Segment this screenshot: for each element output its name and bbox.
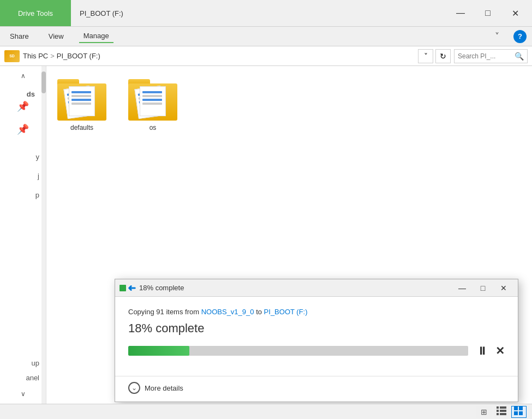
progress-bar-container bbox=[128, 346, 468, 356]
ribbon-chevron-icon[interactable]: ˅ bbox=[495, 31, 499, 41]
breadcrumb-thispc[interactable]: This PC bbox=[23, 52, 48, 60]
paper-front-2 bbox=[140, 86, 166, 116]
refresh-button[interactable]: ↻ bbox=[435, 49, 451, 63]
sidebar-footer-text: up bbox=[0, 359, 46, 367]
dialog-green-square bbox=[119, 285, 126, 291]
sidebar-letter-p: p bbox=[0, 191, 46, 199]
sidebar-letter-1: ds bbox=[4, 90, 41, 98]
cancel-button[interactable]: ✕ bbox=[495, 344, 505, 357]
view-small-icons-button[interactable]: ⊞ bbox=[476, 406, 492, 418]
progress-dialog: ➜ 18% complete — □ ✕ Copying 91 items fr… bbox=[115, 279, 518, 402]
folder-papers-2 bbox=[136, 86, 169, 116]
svg-rect-0 bbox=[497, 406, 499, 409]
close-button[interactable]: ✕ bbox=[503, 0, 528, 27]
dialog-title-text: 18% complete bbox=[139, 284, 184, 292]
drive-tools-label: Drive Tools bbox=[18, 9, 53, 17]
paper-line-i bbox=[142, 103, 162, 105]
view-large-icons-icon bbox=[514, 406, 524, 417]
paper-line-h bbox=[142, 99, 162, 101]
folder-os-icon bbox=[128, 77, 177, 121]
sidebar-scroll-down[interactable]: ∨ bbox=[0, 388, 46, 399]
progress-bar-fill bbox=[128, 346, 189, 356]
folder-defaults-label: defaults bbox=[70, 124, 93, 131]
folder-os[interactable]: os bbox=[128, 77, 177, 131]
sidebar-letter-y: y bbox=[0, 153, 46, 161]
svg-rect-9 bbox=[519, 411, 523, 415]
svg-rect-6 bbox=[514, 406, 518, 410]
address-actions: ˅ ↻ bbox=[418, 49, 451, 63]
breadcrumb-sep1: > bbox=[50, 52, 55, 60]
chevron-down-icon: ⌄ bbox=[131, 384, 137, 392]
svg-rect-4 bbox=[500, 410, 506, 412]
folder-papers-1 bbox=[65, 86, 98, 116]
more-details-label: More details bbox=[145, 384, 183, 392]
ribbon-manage[interactable]: Manage bbox=[79, 29, 113, 43]
svg-rect-3 bbox=[500, 406, 506, 409]
paper-line-f bbox=[142, 91, 162, 93]
paper-line-6 bbox=[71, 91, 91, 93]
paper-front-1 bbox=[69, 86, 95, 116]
window-controls: — □ ✕ bbox=[448, 0, 532, 27]
dialog-win-controls: — □ ✕ bbox=[452, 281, 513, 295]
progress-row: ⏸ ✕ bbox=[128, 344, 505, 357]
view-list-button[interactable] bbox=[494, 406, 509, 418]
more-details-icon: ⌄ bbox=[128, 382, 140, 394]
pin-icon-1: 📌 bbox=[17, 100, 29, 112]
title-bar: Drive Tools PI_BOOT (F:) — □ ✕ bbox=[0, 0, 532, 27]
dialog-restore-button[interactable]: □ bbox=[473, 281, 493, 295]
sidebar-item-1[interactable]: ds 📌 bbox=[0, 88, 46, 115]
scrollbar-thumb bbox=[41, 71, 46, 93]
address-dropdown[interactable]: ˅ bbox=[418, 49, 433, 63]
pin-icon-2: 📌 bbox=[17, 123, 29, 135]
folder-defaults-icon bbox=[57, 77, 106, 121]
folder-defaults[interactable]: defaults bbox=[57, 77, 106, 131]
copy-text: Copying 91 items from NOOBS_v1_9_0 to PI… bbox=[128, 308, 505, 316]
paper-line-7 bbox=[71, 95, 91, 97]
sidebar: ∧ ds 📌 📌 y j p up anel ∨ bbox=[0, 66, 46, 404]
svg-rect-5 bbox=[500, 413, 506, 415]
pause-button[interactable]: ⏸ bbox=[477, 345, 488, 357]
drive-tools-tab[interactable]: Drive Tools bbox=[0, 0, 71, 26]
paper-line-9 bbox=[71, 103, 91, 105]
main-layout: ∧ ds 📌 📌 y j p up anel ∨ bbox=[0, 66, 532, 404]
breadcrumb-drive[interactable]: PI_BOOT (F:) bbox=[57, 52, 100, 60]
sidebar-scroll-up[interactable]: ∧ bbox=[0, 70, 46, 81]
sidebar-letter-j: j bbox=[0, 172, 46, 180]
svg-rect-7 bbox=[519, 406, 523, 410]
breadcrumb: This PC > PI_BOOT (F:) bbox=[23, 52, 415, 60]
view-list-icon bbox=[497, 406, 506, 417]
sidebar-item-2[interactable]: 📌 bbox=[0, 121, 46, 137]
ribbon-share[interactable]: Share bbox=[5, 30, 33, 43]
minimize-button[interactable]: — bbox=[448, 0, 473, 27]
window-title: PI_BOOT (F:) bbox=[80, 9, 123, 17]
paper-line-g bbox=[142, 95, 162, 97]
address-bar: This PC > PI_BOOT (F:) ˅ ↻ 🔍 bbox=[0, 46, 532, 66]
restore-button[interactable]: □ bbox=[475, 0, 500, 27]
dialog-arrow-icon: ➜ bbox=[128, 282, 136, 294]
ribbon: Share View Manage ˅ ? bbox=[0, 27, 532, 46]
paper-lines-front-2 bbox=[142, 91, 162, 106]
dest-link[interactable]: PI_BOOT (F:) bbox=[264, 308, 308, 316]
search-input[interactable] bbox=[458, 52, 512, 60]
dialog-footer[interactable]: ⌄ More details bbox=[115, 376, 518, 402]
dialog-close-button[interactable]: ✕ bbox=[494, 281, 513, 295]
paper-line-8 bbox=[71, 99, 91, 101]
sd-icon bbox=[4, 50, 20, 62]
search-box: 🔍 bbox=[454, 49, 528, 63]
ribbon-view[interactable]: View bbox=[44, 30, 68, 43]
scroll-down-icon: ∨ bbox=[21, 390, 26, 398]
content-area: defaults bbox=[46, 66, 532, 404]
sidebar-footer-text2: anel bbox=[0, 374, 46, 382]
folder-os-label: os bbox=[150, 124, 157, 131]
source-link[interactable]: NOOBS_v1_9_0 bbox=[201, 308, 254, 316]
paper-lines-front-1 bbox=[71, 91, 91, 106]
dialog-minimize-button[interactable]: — bbox=[452, 281, 472, 295]
view-large-icons-button[interactable] bbox=[511, 406, 527, 418]
folder-grid: defaults bbox=[57, 77, 521, 131]
help-button[interactable]: ? bbox=[513, 30, 527, 43]
search-icon: 🔍 bbox=[515, 52, 524, 61]
svg-rect-8 bbox=[514, 411, 518, 415]
sidebar-scrollbar[interactable] bbox=[41, 66, 46, 404]
svg-rect-2 bbox=[497, 413, 499, 415]
dialog-title-bar: ➜ 18% complete — □ ✕ bbox=[115, 279, 518, 297]
